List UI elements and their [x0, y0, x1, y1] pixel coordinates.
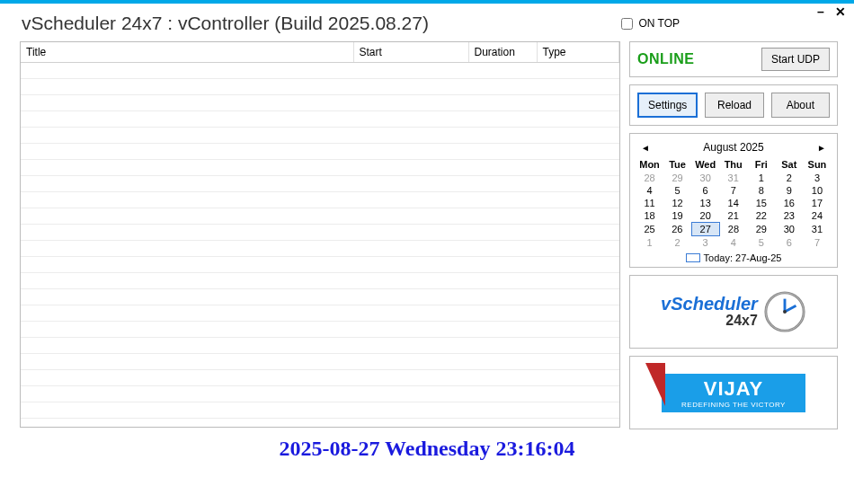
cal-day[interactable]: 30 [691, 172, 719, 184]
cal-day[interactable]: 8 [747, 184, 775, 197]
cal-day[interactable]: 1 [747, 172, 775, 184]
cal-day[interactable]: 7 [803, 236, 831, 250]
table-row[interactable] [21, 128, 619, 144]
cal-day[interactable]: 19 [663, 209, 691, 223]
cal-day[interactable]: 11 [636, 197, 663, 209]
cal-day[interactable]: 29 [747, 223, 775, 236]
cal-day[interactable]: 13 [691, 197, 719, 209]
today-swatch-icon [686, 253, 700, 262]
cal-day[interactable]: 2 [663, 236, 691, 250]
col-type[interactable]: Type [537, 42, 619, 63]
table-row[interactable] [21, 402, 619, 419]
cal-day[interactable]: 23 [775, 209, 803, 223]
table-row[interactable] [21, 111, 619, 128]
cal-day[interactable]: 3 [803, 172, 831, 184]
cal-today-link[interactable]: Today: 27-Aug-25 [636, 252, 832, 263]
on-top-label: ON TOP [638, 17, 680, 30]
cal-day[interactable]: 14 [719, 197, 747, 209]
cal-day[interactable]: 24 [803, 209, 831, 223]
cal-day[interactable]: 16 [775, 197, 803, 209]
cal-day[interactable]: 9 [775, 184, 803, 197]
cal-day[interactable]: 17 [803, 197, 831, 209]
table-row[interactable] [21, 241, 619, 257]
cal-day[interactable]: 30 [775, 223, 803, 236]
col-start[interactable]: Start [353, 42, 468, 63]
table-row[interactable] [21, 144, 619, 160]
table-row[interactable] [21, 192, 619, 208]
col-duration[interactable]: Duration [468, 42, 537, 63]
cal-day[interactable]: 31 [719, 172, 747, 184]
svg-point-4 [783, 310, 787, 314]
cal-day[interactable]: 18 [636, 209, 663, 223]
settings-button[interactable]: Settings [637, 93, 698, 118]
about-button[interactable]: About [771, 93, 830, 118]
cal-day[interactable]: 21 [719, 209, 747, 223]
table-row[interactable] [21, 322, 619, 338]
table-row[interactable] [21, 305, 619, 322]
cal-prev-icon[interactable]: ◄ [637, 143, 654, 153]
cal-day[interactable]: 6 [691, 184, 719, 197]
cal-day[interactable]: 26 [663, 223, 691, 236]
table-row[interactable] [21, 338, 619, 354]
vijay-logo: VIJAY REDEFINING THE VICTORY [629, 356, 838, 429]
cal-day[interactable]: 4 [719, 236, 747, 250]
cal-day-header: Wed [691, 157, 719, 172]
cal-day[interactable]: 5 [663, 184, 691, 197]
cal-day-header: Sun [803, 157, 831, 172]
cal-day[interactable]: 31 [803, 223, 831, 236]
cal-day-header: Thu [719, 157, 747, 172]
cal-month-label[interactable]: August 2025 [703, 141, 763, 154]
cal-day[interactable]: 28 [719, 223, 747, 236]
table-row[interactable] [21, 354, 619, 370]
table-row[interactable] [21, 160, 619, 176]
cal-day[interactable]: 28 [636, 172, 663, 184]
reload-button[interactable]: Reload [705, 93, 763, 118]
schedule-table-panel: Title Start Duration Type [20, 41, 620, 428]
cal-day-header: Tue [663, 157, 691, 172]
cal-day[interactable]: 22 [747, 209, 775, 223]
cal-day[interactable]: 6 [775, 236, 803, 250]
vscheduler-logo: vScheduler 24x7 [629, 275, 838, 349]
connection-status: ONLINE [637, 51, 694, 67]
table-row[interactable] [21, 79, 619, 95]
table-row[interactable] [21, 63, 619, 79]
cal-day-header: Fri [747, 157, 775, 172]
table-row[interactable] [21, 386, 619, 402]
on-top-input[interactable] [621, 18, 633, 30]
cal-day[interactable]: 10 [803, 184, 831, 197]
cal-day[interactable]: 5 [747, 236, 775, 250]
cal-day[interactable]: 15 [747, 197, 775, 209]
start-udp-button[interactable]: Start UDP [761, 48, 830, 71]
minimize-button[interactable]: – [814, 5, 827, 18]
svg-line-3 [785, 305, 796, 312]
cal-day[interactable]: 2 [775, 172, 803, 184]
cal-day[interactable]: 12 [663, 197, 691, 209]
cal-day[interactable]: 7 [719, 184, 747, 197]
cal-day[interactable]: 29 [663, 172, 691, 184]
schedule-table: Title Start Duration Type [21, 42, 619, 419]
cal-today-label: Today: 27-Aug-25 [704, 252, 782, 263]
table-row[interactable] [21, 95, 619, 111]
close-button[interactable]: ✕ [834, 5, 847, 18]
footer-datetime: 2025-08-27 Wednesday 23:16:04 [0, 437, 854, 461]
on-top-checkbox[interactable]: ON TOP [621, 17, 680, 30]
table-row[interactable] [21, 273, 619, 289]
cal-next-icon[interactable]: ► [814, 143, 830, 153]
cal-day[interactable]: 25 [636, 223, 663, 236]
table-row[interactable] [21, 370, 619, 386]
cal-day[interactable]: 20 [691, 209, 719, 223]
cal-day[interactable]: 4 [636, 184, 663, 197]
clock-icon [763, 290, 806, 333]
cal-day-header: Mon [636, 157, 663, 172]
table-row[interactable] [21, 289, 619, 305]
cal-day-header: Sat [775, 157, 803, 172]
col-title[interactable]: Title [21, 42, 353, 63]
app-title: vScheduler 24x7 : vController (Build 202… [22, 13, 429, 34]
cal-day[interactable]: 3 [691, 236, 719, 250]
cal-day[interactable]: 1 [636, 236, 663, 250]
table-row[interactable] [21, 176, 619, 192]
table-row[interactable] [21, 225, 619, 241]
table-row[interactable] [21, 208, 619, 225]
table-row[interactable] [21, 257, 619, 273]
cal-day[interactable]: 27 [691, 223, 719, 236]
